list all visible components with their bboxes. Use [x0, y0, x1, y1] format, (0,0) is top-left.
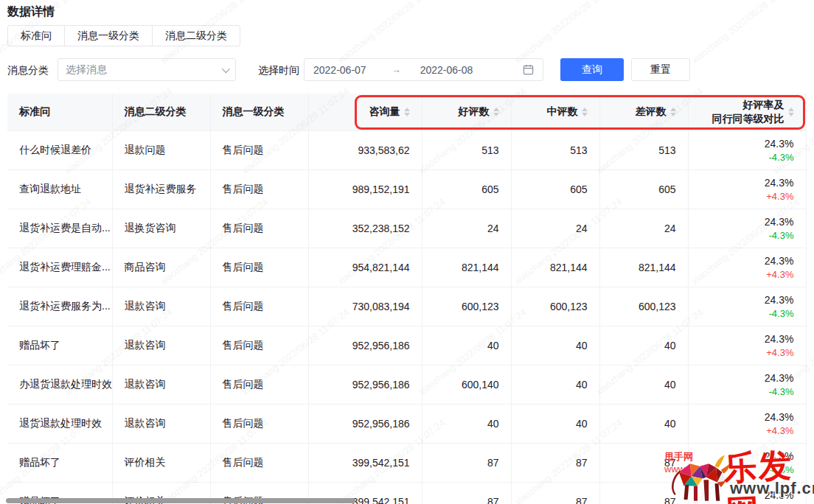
cell-good-count: 600,123 — [422, 287, 511, 326]
cell-consult-count: 989,152,191 — [308, 169, 422, 209]
rate-delta-value: -4.3% — [689, 307, 794, 320]
chevron-down-icon — [222, 64, 230, 72]
cell-good-rate: 24.3% -4.3% — [688, 287, 806, 326]
sort-icon[interactable] — [670, 108, 676, 116]
cell-standard-question: 什么时候退差价 — [7, 130, 112, 169]
query-button[interactable]: 查询 — [560, 58, 624, 81]
data-table: 标准问 消息二级分类 消息一级分类 咨询量 好评数 中评数 差评数 好评率及 同… — [7, 94, 807, 504]
col-header-secondary-category: 消息二级分类 — [112, 94, 210, 130]
cell-bad-count: 87 — [599, 482, 688, 504]
cell-standard-question: 退货补运费是自动... — [7, 209, 112, 248]
sort-icon[interactable] — [788, 108, 794, 116]
cell-secondary-category: 退款咨询 — [112, 365, 210, 404]
col-header-mid-count[interactable]: 中评数 — [511, 94, 599, 130]
col-header-consult-count[interactable]: 咨询量 — [308, 94, 422, 130]
cell-good-count: 40 — [422, 404, 511, 443]
cell-consult-count: 952,956,186 — [308, 365, 422, 404]
cell-mid-count: 40 — [511, 326, 599, 365]
cell-mid-count: 513 — [511, 130, 599, 169]
cell-good-count: 40 — [422, 326, 511, 365]
rate-delta-value: -4.3% — [689, 151, 794, 164]
rate-delta-value: -4.3% — [689, 229, 794, 242]
cell-secondary-category: 退款咨询 — [112, 326, 210, 365]
cell-secondary-category: 商品咨询 — [112, 248, 210, 287]
cell-consult-count: 730,083,194 — [308, 287, 422, 326]
cell-primary-category: 售后问题 — [210, 365, 308, 404]
cell-mid-count: 87 — [511, 443, 599, 482]
cell-good-rate: 24.3% -4.3% — [688, 209, 806, 248]
rate-delta-value: +4.3% — [689, 424, 794, 437]
sort-icon[interactable] — [582, 108, 588, 116]
time-filter-label: 选择时间 — [258, 64, 299, 77]
rate-value: 24.3% — [689, 293, 794, 307]
range-arrow-icon: → — [392, 64, 401, 75]
table-row: 赠品坏了 评价相关 售后问题 399,542,151 87 87 87 24.3… — [7, 443, 806, 482]
cell-good-count: 600,140 — [422, 365, 511, 404]
cell-good-rate: 24.3% +4.3% — [688, 404, 806, 443]
cell-bad-count: 605 — [599, 169, 688, 209]
cell-secondary-category: 退换货咨询 — [112, 209, 210, 248]
tab-secondary-category[interactable]: 消息二级分类 — [152, 25, 240, 46]
cell-consult-count: 954,821,144 — [308, 248, 422, 287]
rate-value: 24.3% — [689, 449, 794, 463]
rate-value: 24.3% — [689, 175, 794, 190]
cell-bad-count: 87 — [599, 443, 688, 482]
rate-value: 24.3% — [689, 332, 794, 346]
rate-value: 24.3% — [689, 488, 794, 503]
category-filter-label: 消息分类 — [7, 64, 49, 77]
cell-secondary-category: 退款咨询 — [112, 404, 210, 443]
cell-good-count: 87 — [422, 482, 511, 504]
cell-mid-count: 40 — [511, 365, 599, 404]
cell-mid-count: 87 — [511, 482, 599, 504]
rate-value: 24.3% — [689, 410, 794, 424]
tab-primary-category[interactable]: 消息一级分类 — [64, 25, 153, 46]
cell-standard-question: 退货补运费理赔金... — [7, 248, 112, 287]
sort-icon[interactable] — [404, 108, 410, 116]
reset-button[interactable]: 重置 — [631, 58, 690, 81]
col-header-good-count[interactable]: 好评数 — [422, 94, 511, 130]
cell-consult-count: 352,238,152 — [308, 209, 422, 248]
page-title: 数据详情 — [7, 4, 55, 20]
tab-standard-question[interactable]: 标准问 — [7, 25, 65, 46]
sort-icon[interactable] — [493, 108, 499, 116]
cell-primary-category: 售后问题 — [210, 326, 308, 365]
cell-good-rate: 24.3% -4.3% — [688, 365, 806, 404]
cell-bad-count: 821,144 — [599, 248, 688, 287]
col-header-standard-question: 标准问 — [7, 94, 112, 130]
cell-primary-category: 售后问题 — [210, 404, 308, 443]
cell-secondary-category: 退货补运费服务 — [112, 169, 210, 209]
cell-secondary-category: 退款咨询 — [112, 287, 210, 326]
calendar-icon — [523, 64, 534, 75]
date-range-picker[interactable]: 2022-06-07 → 2022-06-08 — [304, 58, 543, 81]
col-header-bad-count[interactable]: 差评数 — [599, 94, 688, 130]
cell-good-rate: 24.3% +4.3% — [688, 326, 806, 365]
cell-consult-count: 933,583,62 — [308, 130, 422, 169]
cell-standard-question: 退货补运费服务为... — [7, 287, 112, 326]
cell-good-count: 87 — [422, 443, 511, 482]
tab-group: 标准问 消息一级分类 消息二级分类 — [7, 25, 240, 46]
cell-primary-category: 售后问题 — [210, 443, 308, 482]
table-row: 什么时候退差价 退款问题 售后问题 933,583,62 513 513 513… — [7, 130, 806, 169]
table-row: 退货补运费理赔金... 商品咨询 售后问题 954,821,144 821,14… — [7, 248, 806, 287]
date-start-input[interactable]: 2022-06-07 — [313, 64, 366, 76]
cell-primary-category: 售后问题 — [210, 209, 308, 248]
screen: 数据详情 标准问 消息一级分类 消息二级分类 消息分类 选择消息 选择时间 20… — [0, 0, 814, 504]
message-category-select[interactable]: 选择消息 — [58, 58, 236, 81]
rate-delta-value: +4.3% — [689, 190, 794, 203]
cell-good-count: 24 — [422, 209, 511, 248]
rate-value: 24.3% — [689, 214, 794, 229]
rate-value: 24.3% — [689, 136, 794, 151]
date-end-input[interactable]: 2022-06-08 — [420, 64, 473, 76]
cell-good-count: 513 — [422, 130, 511, 169]
horizontal-scrollbar-thumb[interactable] — [6, 498, 355, 503]
cell-standard-question: 退货退款处理时效 — [7, 404, 112, 443]
col-header-good-rate[interactable]: 好评率及 同行同等级对比 — [688, 94, 806, 130]
cell-primary-category: 售后问题 — [210, 130, 308, 169]
cell-bad-count: 40 — [599, 365, 688, 404]
col-header-primary-category: 消息一级分类 — [210, 94, 308, 130]
rate-delta-value: +4.3% — [689, 346, 794, 359]
cell-good-rate: 24.3% +4.3% — [688, 169, 806, 209]
cell-secondary-category: 评价相关 — [112, 443, 210, 482]
cell-primary-category: 售后问题 — [210, 287, 308, 326]
cell-good-rate: 24.3% +4.3% — [688, 482, 806, 504]
